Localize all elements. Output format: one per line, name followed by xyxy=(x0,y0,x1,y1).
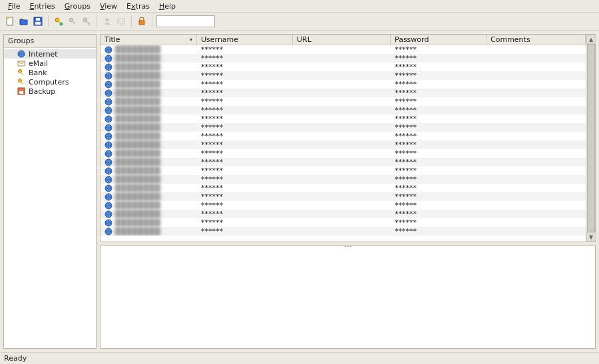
sidebar-item-computers[interactable]: Computers xyxy=(4,77,96,87)
table-row[interactable]: ████████************ xyxy=(100,158,586,166)
key-icon xyxy=(17,78,25,86)
table-row[interactable]: ████████************ xyxy=(100,140,586,149)
svg-rect-24 xyxy=(20,81,23,85)
table-row[interactable]: ████████************ xyxy=(100,149,586,158)
svg-rect-18 xyxy=(139,21,144,25)
cell-password: ****** xyxy=(391,175,487,184)
table-row[interactable]: ████████************ xyxy=(100,71,586,80)
table-row[interactable]: ████████************ xyxy=(100,63,586,71)
entry-title: ████████ xyxy=(115,63,160,71)
entry-title: ████████ xyxy=(115,227,160,236)
svg-point-7 xyxy=(60,23,63,26)
table-row[interactable]: ████████************ xyxy=(100,97,586,106)
menu-file[interactable]: File xyxy=(4,1,24,11)
entry-title: ████████ xyxy=(115,201,160,210)
column-header-url[interactable]: URL xyxy=(293,35,391,45)
table-row[interactable]: ████████************ xyxy=(100,114,586,123)
column-header-password[interactable]: Password xyxy=(391,35,487,45)
cell-username: ****** xyxy=(197,184,293,192)
sidebar-item-internet[interactable]: Internet xyxy=(4,49,96,59)
add-entry-icon[interactable] xyxy=(53,15,65,27)
menu-extras[interactable]: Extras xyxy=(122,1,154,11)
table-row[interactable]: ████████************ xyxy=(100,106,586,114)
splitter-grip-icon[interactable] xyxy=(338,246,358,248)
cell-title: ████████ xyxy=(100,166,197,175)
menu-help[interactable]: Help xyxy=(155,1,180,11)
scroll-down-icon[interactable]: ▼ xyxy=(586,232,596,242)
entry-title: ████████ xyxy=(115,80,160,89)
cell-username: ****** xyxy=(197,166,293,175)
globe-icon xyxy=(104,193,112,201)
cell-username: ****** xyxy=(197,218,293,227)
cell-title: ████████ xyxy=(100,140,197,149)
scroll-up-icon[interactable]: ▲ xyxy=(586,35,596,44)
vertical-scrollbar[interactable]: ▲ ▼ xyxy=(586,35,595,242)
open-file-icon[interactable] xyxy=(18,15,30,27)
lock-icon[interactable] xyxy=(136,15,148,27)
toolbar xyxy=(0,13,599,31)
mail-icon xyxy=(17,59,25,67)
table-row[interactable]: ████████************ xyxy=(100,175,586,184)
copy-user-icon[interactable] xyxy=(101,15,113,27)
disk-icon xyxy=(17,87,25,95)
table-row[interactable]: ████████************ xyxy=(100,184,586,192)
column-header-username[interactable]: Username xyxy=(197,35,293,45)
cell-title: ████████ xyxy=(100,184,197,192)
menu-entries[interactable]: Entries xyxy=(25,1,59,11)
cell-username: ****** xyxy=(197,227,293,236)
cell-title: ████████ xyxy=(100,210,197,218)
table-row[interactable]: ████████************ xyxy=(100,201,586,210)
save-file-icon[interactable] xyxy=(32,15,44,27)
cell-title: ████████ xyxy=(100,63,197,71)
groups-tree: InterneteMailBankComputersBackup xyxy=(4,48,96,348)
entry-title: ████████ xyxy=(115,114,160,123)
cell-password: ****** xyxy=(391,45,487,54)
globe-icon xyxy=(104,210,112,218)
entry-title: ████████ xyxy=(115,54,160,63)
table-row[interactable]: ████████************ xyxy=(100,132,586,140)
table-row[interactable]: ████████************ xyxy=(100,227,586,236)
table-row[interactable]: ████████************ xyxy=(100,89,586,97)
table-row[interactable]: ████████************ xyxy=(100,54,586,63)
column-header-comments[interactable]: Comments xyxy=(487,35,586,45)
column-header-title[interactable]: Title▾ xyxy=(100,35,197,45)
svg-rect-26 xyxy=(19,91,23,94)
cell-username: ****** xyxy=(197,123,293,132)
globe-icon xyxy=(104,228,112,236)
globe-icon xyxy=(104,150,112,158)
menu-view[interactable]: View xyxy=(96,1,121,11)
cell-username: ****** xyxy=(197,192,293,201)
sidebar-item-email[interactable]: eMail xyxy=(4,59,96,68)
scroll-thumb[interactable] xyxy=(587,44,595,232)
search-input[interactable] xyxy=(156,15,215,27)
cell-password: ****** xyxy=(391,184,487,192)
cell-title: ████████ xyxy=(100,192,197,201)
table-row[interactable]: ████████************ xyxy=(100,123,586,132)
delete-entry-icon[interactable] xyxy=(81,15,93,27)
table-row[interactable]: ████████************ xyxy=(100,218,586,227)
cell-password: ****** xyxy=(391,192,487,201)
new-file-icon[interactable] xyxy=(4,15,16,27)
table-row[interactable]: ████████************ xyxy=(100,210,586,218)
groups-header: Groups xyxy=(4,35,96,48)
cell-password: ****** xyxy=(391,140,487,149)
entry-title: ████████ xyxy=(115,218,160,227)
toolbar-separator xyxy=(48,15,49,27)
edit-entry-icon[interactable] xyxy=(67,15,79,27)
table-row[interactable]: ████████************ xyxy=(100,192,586,201)
menu-groups[interactable]: Groups xyxy=(61,1,95,11)
cell-password: ****** xyxy=(391,54,487,63)
svg-rect-9 xyxy=(72,21,76,25)
cell-password: ****** xyxy=(391,106,487,114)
cell-title: ████████ xyxy=(100,45,197,54)
cell-title: ████████ xyxy=(100,201,197,210)
sidebar-item-backup[interactable]: Backup xyxy=(4,87,96,96)
table-row[interactable]: ████████************ xyxy=(100,80,586,89)
entry-title: ████████ xyxy=(115,71,160,80)
sidebar-item-bank[interactable]: Bank xyxy=(4,68,96,77)
cell-title: ████████ xyxy=(100,175,197,184)
table-row[interactable]: ████████************ xyxy=(100,45,586,54)
cell-username: ****** xyxy=(197,80,293,89)
table-row[interactable]: ████████************ xyxy=(100,166,586,175)
copy-password-icon[interactable] xyxy=(115,15,127,27)
